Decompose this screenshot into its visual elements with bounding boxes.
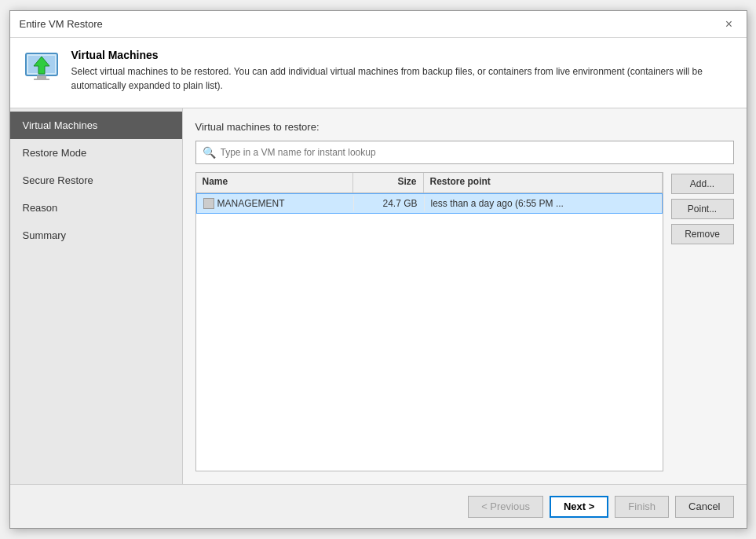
add-button[interactable]: Add...: [671, 174, 734, 194]
header-section: Virtual Machines Select virtual machines…: [10, 38, 747, 108]
vm-table: Name Size Restore point MANAGEMENT 24.7 …: [195, 172, 663, 471]
header-title: Virtual Machines: [71, 49, 734, 61]
table-header: Name Size Restore point: [196, 173, 663, 193]
vm-icon-header: [23, 49, 60, 86]
cell-name: MANAGEMENT: [197, 196, 354, 211]
cell-size: 24.7 GB: [354, 196, 425, 211]
sidebar-item-reason[interactable]: Reason: [10, 194, 182, 222]
main-content: Virtual Machines Restore Mode Secure Res…: [10, 108, 747, 484]
table-and-buttons: Name Size Restore point MANAGEMENT 24.7 …: [195, 172, 734, 471]
header-text: Virtual Machines Select virtual machines…: [71, 49, 734, 93]
cancel-button[interactable]: Cancel: [675, 496, 733, 518]
sidebar-item-virtual-machines[interactable]: Virtual Machines: [10, 112, 182, 139]
vm-row-icon: [203, 198, 214, 209]
footer: < Previous Next > Finish Cancel: [10, 484, 747, 528]
content-area: Virtual machines to restore: 🔍 Name Size…: [183, 108, 747, 484]
next-button[interactable]: Next >: [550, 496, 608, 518]
section-label: Virtual machines to restore:: [195, 121, 734, 133]
table-row[interactable]: MANAGEMENT 24.7 GB less than a day ago (…: [196, 193, 663, 214]
previous-button[interactable]: < Previous: [468, 496, 543, 518]
search-input[interactable]: [221, 147, 727, 158]
table-body: MANAGEMENT 24.7 GB less than a day ago (…: [196, 193, 663, 471]
sidebar: Virtual Machines Restore Mode Secure Res…: [10, 108, 183, 484]
dialog-title: Entire VM Restore: [20, 18, 103, 30]
col-header-name: Name: [196, 173, 353, 192]
entire-vm-restore-dialog: Entire VM Restore × Virtual Machines Sel…: [9, 10, 747, 529]
col-header-restore-point: Restore point: [424, 173, 663, 192]
finish-button[interactable]: Finish: [615, 496, 669, 518]
remove-button[interactable]: Remove: [671, 224, 734, 244]
sidebar-item-restore-mode[interactable]: Restore Mode: [10, 139, 182, 167]
svg-rect-3: [34, 79, 49, 80]
search-icon: 🔍: [203, 146, 216, 159]
svg-rect-2: [37, 75, 46, 79]
col-header-size: Size: [353, 173, 424, 192]
point-button[interactable]: Point...: [671, 199, 734, 219]
sidebar-item-secure-restore[interactable]: Secure Restore: [10, 167, 182, 194]
title-bar: Entire VM Restore ×: [10, 11, 747, 38]
close-button[interactable]: ×: [721, 16, 737, 32]
side-buttons: Add... Point... Remove: [671, 172, 734, 471]
cell-restore-point: less than a day ago (6:55 PM ...: [425, 196, 662, 211]
sidebar-item-summary[interactable]: Summary: [10, 222, 182, 249]
header-description: Select virtual machines to be restored. …: [71, 64, 734, 93]
search-box: 🔍: [195, 141, 734, 164]
